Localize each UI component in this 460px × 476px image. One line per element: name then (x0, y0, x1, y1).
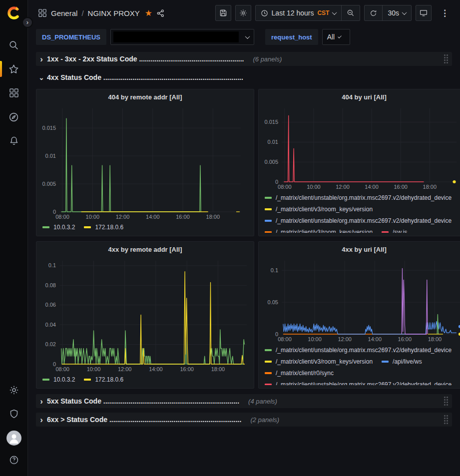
legend-label: /_matrix/client/unstable/org.matrix.msc2… (276, 217, 452, 224)
panel-legend: 10.0.3.2 172.18.0.6 (36, 221, 254, 233)
sidebar-item-dashboards[interactable] (0, 81, 28, 105)
dashboard-settings-button[interactable] (235, 5, 251, 21)
chart-svg[interactable]: 00.050.108:0010:0012:0014:0016:0018:00 (262, 257, 460, 343)
svg-text:14:00: 14:00 (368, 336, 382, 342)
svg-text:12:00: 12:00 (116, 214, 130, 220)
legend-swatch (84, 379, 91, 381)
more-options-kebab-button[interactable]: ⋮ (436, 8, 454, 18)
dashboard-header: General / NGINX PROXY ★ (28, 0, 460, 26)
row-title: 6xx > Status Code ......................… (47, 416, 241, 424)
legend-item[interactable]: 172.18.0.6 (84, 224, 123, 231)
row-drag-handle[interactable] (443, 396, 449, 407)
legend-item[interactable]: /_matrix/client/unstable/org.matrix.msc2… (265, 347, 452, 354)
legend-row: /_matrix/client/v3/room_keys/version /sw… (265, 226, 460, 233)
search-icon (8, 40, 19, 50)
panel-title[interactable]: 4xx by remote addr [All] (36, 244, 254, 257)
zoom-out-icon (347, 9, 355, 17)
sidebar-item-alerting[interactable] (0, 129, 28, 153)
person-icon (6, 431, 21, 446)
legend-item[interactable]: /_matrix/client/v3/room_keys/version (265, 358, 373, 365)
time-range-button[interactable]: Last 12 hours CST (256, 5, 342, 20)
legend-swatch (42, 379, 49, 381)
sidebar-item-search[interactable] (0, 33, 28, 57)
svg-text:0.01: 0.01 (45, 153, 56, 159)
legend-label: /_matrix/client/r0/sync (276, 370, 334, 377)
chart-svg[interactable]: 00.020.040.060.080.108:0010:0012:0014:00… (39, 257, 251, 373)
legend-item[interactable]: /_matrix/client/unstable/org.matrix.msc2… (265, 194, 452, 201)
sidebar-item-explore[interactable] (0, 105, 28, 129)
legend-item[interactable]: /_matrix/client/v3/room_keys/version (265, 206, 373, 213)
row-header-6xx[interactable]: › 6xx > Status Code ....................… (36, 413, 452, 427)
panel-title[interactable]: 4xx by uri [All] (259, 244, 460, 257)
variable-value-ds-prometheus[interactable] (110, 29, 254, 45)
legend-item[interactable]: /api/live/ws (382, 358, 422, 365)
favorite-star-icon[interactable]: ★ (145, 8, 152, 18)
zoom-out-button[interactable] (341, 5, 360, 20)
variable-label-request-host[interactable]: request_host (265, 29, 318, 45)
legend-item[interactable]: /_matrix/client/unstable/org.matrix.msc2… (265, 381, 452, 386)
panel-grid: 404 by remote addr [All] 00.0050.010.015… (36, 89, 452, 389)
dashboard-canvas: › 1xx - 3xx - 2xx Status Code ..........… (28, 50, 460, 476)
svg-text:10:00: 10:00 (86, 214, 100, 220)
row-header-5xx[interactable]: › 5xx Status Code ......................… (36, 394, 452, 408)
time-series-chart[interactable]: 00.050.108:0010:0012:0014:0016:0018:00 (259, 257, 460, 343)
panel-legend: /_matrix/client/unstable/org.matrix.msc2… (259, 191, 460, 233)
svg-text:0.1: 0.1 (271, 267, 278, 273)
sidebar-item-help[interactable] (0, 450, 28, 470)
legend-item[interactable]: 172.18.0.6 (84, 376, 123, 383)
legend-swatch (265, 208, 272, 210)
legend-item[interactable]: 10.0.3.2 (42, 376, 75, 383)
legend-swatch (265, 231, 272, 233)
row-drag-handle[interactable] (443, 53, 449, 64)
time-series-chart[interactable]: 00.0050.010.01508:0010:0012:0014:0016:00… (36, 104, 254, 221)
row-drag-handle[interactable] (443, 414, 449, 425)
refresh-interval-label: 30s (388, 9, 399, 17)
svg-text:12:00: 12:00 (336, 184, 350, 190)
legend-label: 10.0.3.2 (53, 224, 75, 231)
legend-item[interactable]: /_matrix/client/r0/sync (265, 370, 334, 377)
sidebar-expand-button[interactable]: › (22, 17, 33, 28)
sidebar-item-server-admin[interactable] (0, 402, 28, 426)
svg-text:0.05: 0.05 (268, 299, 278, 305)
save-dashboard-button[interactable] (215, 5, 231, 21)
panel-4xx-by-uri: 4xx by uri [All] 00.050.108:0010:0012:00… (258, 241, 460, 389)
chevron-right-icon: › (38, 55, 45, 63)
chevron-right-icon: › (38, 416, 45, 424)
legend-item[interactable]: 10.0.3.2 (42, 224, 75, 231)
legend-swatch (42, 226, 49, 228)
share-icon[interactable] (156, 9, 165, 17)
svg-text:14:00: 14:00 (146, 214, 160, 220)
apps-grid-icon[interactable] (38, 8, 47, 17)
panel-title[interactable]: 404 by remote addr [All] (36, 91, 254, 104)
chart-svg[interactable]: 00.0050.010.01508:0010:0012:0014:0016:00… (39, 104, 245, 221)
legend-item[interactable]: /sw.js (382, 229, 407, 233)
row-header-1xx-3xx-2xx[interactable]: › 1xx - 3xx - 2xx Status Code ..........… (36, 52, 452, 66)
grafana-logo-icon[interactable] (6, 5, 21, 20)
variable-value-request-host[interactable]: All (322, 29, 350, 45)
legend-row: /_matrix/client/unstable/org.matrix.msc2… (265, 215, 460, 226)
time-series-chart[interactable]: 00.020.040.060.080.108:0010:0012:0014:00… (36, 257, 254, 373)
breadcrumb-folder[interactable]: General (51, 9, 77, 17)
refresh-icon (370, 9, 377, 17)
chart-svg[interactable]: 00.0050.010.01508:0010:0012:0014:0016:00… (262, 104, 460, 191)
sidebar-bottom (0, 378, 28, 470)
sidebar-item-starred[interactable] (0, 57, 28, 81)
legend-label: 172.18.0.6 (95, 224, 123, 231)
panel-title[interactable]: 404 by uri [All] (259, 91, 460, 104)
svg-text:10:00: 10:00 (307, 184, 321, 190)
sidebar-item-configuration[interactable] (0, 378, 28, 402)
legend-swatch (265, 372, 272, 374)
legend-row: 10.0.3.2 172.18.0.6 (42, 374, 123, 386)
row-header-4xx[interactable]: ⌄ 4xx Status Code ......................… (36, 70, 452, 84)
refresh-interval-dropdown[interactable]: 30s (382, 5, 411, 20)
svg-text:10:00: 10:00 (308, 336, 322, 342)
tv-mode-button[interactable] (416, 5, 432, 21)
legend-item[interactable]: /_matrix/client/v3/room_keys/version (265, 229, 373, 233)
time-series-chart[interactable]: 00.0050.010.01508:0010:0012:0014:0016:00… (259, 104, 460, 191)
legend-item[interactable]: /_matrix/client/unstable/org.matrix.msc2… (265, 217, 452, 224)
refresh-button[interactable] (365, 5, 382, 20)
row-title: 4xx Status Code ........................… (47, 73, 243, 81)
legend-label: /_matrix/client/unstable/org.matrix.msc2… (276, 194, 452, 201)
variable-label-ds-prometheus[interactable]: DS_PROMETHEUS (36, 29, 106, 45)
user-avatar[interactable] (6, 431, 21, 446)
